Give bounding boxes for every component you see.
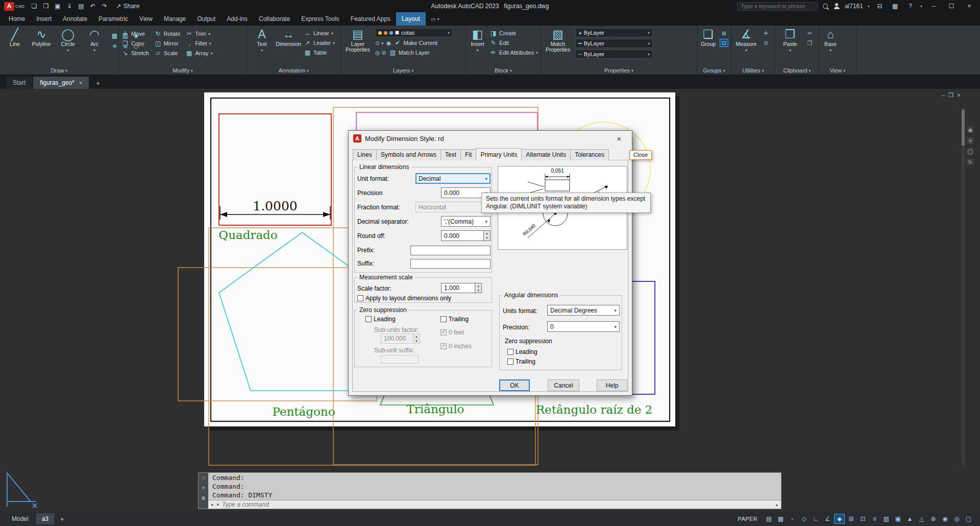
status-toggle-icon[interactable]: ▫ [787,514,798,524]
command-close-icon[interactable]: × [202,485,205,491]
group-tool-icon[interactable]: ⊡ [720,39,728,47]
ribbon-button[interactable]: ↻ Rotate [154,30,180,38]
status-toggle-icon[interactable]: ▲ [904,514,915,524]
status-toggle-icon[interactable]: ≡ [869,514,880,524]
quick-access-icon[interactable]: ▣ [52,2,63,11]
user-menu-chevron-icon[interactable]: ▾ [868,4,870,9]
layout-tab-a3[interactable]: a3 [36,513,54,524]
panel-label-view[interactable]: View▾ [822,66,853,75]
ribbon-tab[interactable]: Featured Apps [345,12,396,26]
ribbon-tab[interactable]: Add-ins [221,12,253,26]
vertical-scrollbar[interactable] [961,107,966,466]
ribbon-tab[interactable]: Layout [396,12,426,26]
navigation-icon[interactable]: ↻ [966,158,974,166]
file-tab-document[interactable]: figuras_geo* × [33,77,89,89]
dialog-tab[interactable]: Lines [353,149,377,160]
group-button[interactable]: ❏ Group [700,27,717,47]
dialog-tab[interactable]: Primary Units [476,148,522,161]
scrollbar-thumb[interactable] [962,110,965,146]
paper-space-button[interactable]: PAPER [733,516,762,522]
command-window-grip[interactable]: ∷ × ⊛ [199,473,208,509]
decimal-separator-combobox[interactable]: ','(Comma)▾ [441,216,491,227]
customize-icon[interactable]: ⊛ [201,495,205,501]
layer-tool-icon[interactable]: ⊘ [382,50,386,56]
ribbon-button[interactable]: ◞ Fillet ▾ [185,39,212,47]
navigation-icon[interactable]: ◯ [966,147,974,155]
spin-down-icon[interactable]: ▼ [475,288,481,293]
ribbon-tab[interactable]: Insert [31,12,57,26]
search-icon[interactable] [822,3,829,10]
ribbon-button[interactable]: ◠ Arc ▾ [82,27,107,53]
ribbon-tab[interactable]: Output [191,12,221,26]
ribbon-button[interactable]: ✂ Trim ▾ [185,30,212,38]
new-tab-button[interactable]: + [92,78,104,89]
ribbon-button[interactable]: ▱ Scale [154,49,180,57]
command-input[interactable] [222,501,772,508]
ribbon-button[interactable]: ◫ Mirror [154,39,180,47]
drawing-restore-icon[interactable]: ❐ [948,92,953,99]
navigation-icon[interactable]: ✛ [966,136,974,145]
search-input[interactable] [741,3,814,9]
panel-label-modify[interactable]: Modify▾ [121,66,244,75]
base-view-button[interactable]: ⌂ Base ▾ [822,27,839,53]
spin-up-icon[interactable]: ▲ [475,283,481,288]
status-toggle-icon[interactable]: ◎ [951,514,962,524]
clipboard-tool-icon[interactable]: ❐ [805,39,814,47]
quick-access-icon[interactable]: ▤ [76,2,86,11]
ribbon-button[interactable]: ✏ Edit Attributes ▾ [489,49,538,57]
angular-units-combobox[interactable]: Decimal Degrees▾ [547,305,620,316]
help-button[interactable]: Help [597,379,627,391]
ribbon-button[interactable]: A Text ▾ [250,27,274,53]
share-button[interactable]: ↗ Share [116,3,139,10]
panel-label-utilities[interactable]: Utilities▾ [734,66,772,75]
quick-access-icon[interactable]: ↷ [99,2,110,11]
paste-button[interactable]: ❒ Paste ▾ [778,27,802,53]
ribbon-button[interactable]: ↔ Linear ▾ [304,29,335,37]
status-toggle-icon[interactable]: ⊛ [928,514,939,524]
cancel-button[interactable]: Cancel [548,379,579,391]
ribbon-tab[interactable]: Collaborate [253,12,296,26]
status-toggle-icon[interactable]: ∠ [822,514,833,524]
measure-button[interactable]: ∡ Measure ▾ [734,27,758,53]
chevron-down-icon[interactable]: ▾ [217,502,219,507]
drawing-close-icon[interactable]: × [957,92,960,99]
status-toggle-icon[interactable]: ⊡ [857,514,868,524]
draw-tool-icon[interactable]: ✳ [110,41,119,51]
command-history[interactable]: Command:Command:Command: DIMSTY [208,473,781,500]
file-tab-start[interactable]: Start [6,77,32,89]
keyword-search-box[interactable] [737,2,818,11]
ribbon-button[interactable]: ◨ Create [489,29,538,37]
new-layout-button[interactable]: + [56,515,68,523]
ribbon-tab[interactable]: Manage [158,12,191,26]
insert-block-button[interactable]: ◧ Insert ▾ [469,27,486,53]
panel-label-groups[interactable]: Groups▾ [700,66,728,75]
maximize-button[interactable]: ☐ [945,0,958,12]
dialog-close-button[interactable]: × [611,132,627,145]
dialog-tab[interactable]: Symbols and Arrows [376,149,441,160]
ribbon-button[interactable]: ✎ Edit [489,39,538,47]
layer-tool-icon[interactable]: ◉ [386,40,391,46]
ribbon-tab[interactable]: Annotate [57,12,93,26]
dialog-tab[interactable]: Alternate Units [521,149,571,160]
status-toggle-icon[interactable]: ◉ [940,514,950,524]
command-prompt-icon[interactable]: ▸ [211,502,214,507]
ribbon-tab[interactable]: View [134,12,158,26]
quick-access-icon[interactable]: ⇓ [64,2,75,11]
close-button[interactable]: × [963,0,976,12]
leading-checkbox[interactable] [365,316,372,322]
apps-icon[interactable]: ▦ [890,2,900,11]
status-toggle-icon[interactable]: ▨ [881,514,892,524]
ok-button[interactable]: OK [499,379,530,391]
status-toggle-icon[interactable]: ⊞ [846,514,856,524]
dialog-tab[interactable]: Text [440,149,461,160]
ribbon-button[interactable]: ✛ Move [121,30,149,38]
utility-tool-icon[interactable]: ⊙ [762,39,770,47]
ribbon-button[interactable]: ◯ Circle ▾ [56,27,80,53]
ribbon-button[interactable]: ▦ Array ▾ [185,49,212,57]
quick-access-icon[interactable]: ❏ [29,2,39,11]
angular-precision-combobox[interactable]: 0▾ [547,321,620,332]
ribbon-button[interactable]: ↘ Stretch [121,49,149,57]
panel-label-draw[interactable]: Draw▾ [3,66,116,75]
match-properties-button[interactable]: ▧ Match Properties [544,27,572,53]
autocad-logo-icon[interactable]: A [4,2,14,11]
